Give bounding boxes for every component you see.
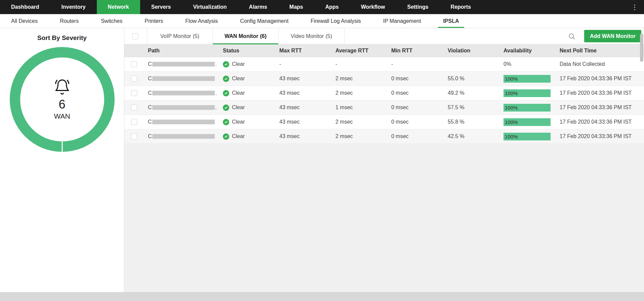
severity-donut[interactable]: 6 WAN xyxy=(10,47,115,152)
row-checkbox[interactable] xyxy=(131,76,137,82)
availability-cell: 100% xyxy=(504,89,560,97)
column-header-availability[interactable]: Availability xyxy=(504,48,560,54)
topnav-item-servers[interactable]: Servers xyxy=(140,0,182,14)
topnav-item-inventory[interactable]: Inventory xyxy=(50,0,97,14)
select-all-checkbox[interactable] xyxy=(132,33,138,39)
table-row[interactable]: C Clear 43 msec 2 msec 0 msec 55.8 % 100… xyxy=(124,115,644,129)
topnav-item-alarms[interactable]: Alarms xyxy=(238,0,278,14)
path-cell: C. xyxy=(148,104,223,111)
tab-wan-monitor[interactable]: WAN Monitor (6) xyxy=(213,28,279,44)
subnav-item-ip-management[interactable]: IP Management xyxy=(372,14,432,28)
availability-bar: 100% xyxy=(504,104,551,112)
topnav-item-reports[interactable]: Reports xyxy=(440,0,482,14)
max-rtt-cell: - xyxy=(279,61,335,67)
secondary-navigation: All Devices Routers Switches Printers Fl… xyxy=(0,14,644,28)
search-icon[interactable] xyxy=(568,28,575,44)
subnav-item-switches[interactable]: Switches xyxy=(90,14,133,28)
topnav-item-settings[interactable]: Settings xyxy=(396,0,439,14)
add-wan-monitor-button[interactable]: Add WAN Monitor xyxy=(584,30,641,42)
redacted-path xyxy=(152,62,215,67)
tab-voip-monitor[interactable]: VoIP Monitor (5) xyxy=(147,28,213,44)
table-row[interactable]: C. Clear 43 msec 1 msec 0 msec 57.5 % 10… xyxy=(124,100,644,115)
row-checkbox[interactable] xyxy=(131,104,137,111)
tab-count: (6) xyxy=(260,33,267,39)
min-rtt-cell: 0 msec xyxy=(391,133,448,139)
max-rtt-cell: 43 msec xyxy=(279,76,335,82)
topnav-items: Dashboard Inventory Network Servers Virt… xyxy=(0,0,482,14)
status-cell: Clear xyxy=(223,76,279,82)
column-header-next-poll-time[interactable]: Next Poll Time xyxy=(560,48,644,54)
average-rtt-cell: 2 msec xyxy=(335,90,391,96)
subnav-item-printers[interactable]: Printers xyxy=(133,14,174,28)
vertical-scrollbar[interactable] xyxy=(640,34,643,62)
row-checkbox[interactable] xyxy=(131,61,137,67)
column-header-status[interactable]: Status xyxy=(223,48,279,54)
table-row[interactable]: C Clear 43 msec 2 msec 0 msec 42.5 % 100… xyxy=(124,129,644,144)
table-row[interactable]: C. Clear - - - 0% Data Not Collected xyxy=(124,57,644,72)
next-poll-cell: 17 Feb 2020 04:33:36 PM IST xyxy=(560,133,644,139)
severity-label: WAN xyxy=(54,112,70,120)
path-cell: C xyxy=(148,119,223,125)
tab-label: WAN Monitor xyxy=(225,33,258,39)
main-panel: VoIP Monitor (5) WAN Monitor (6) Video M… xyxy=(124,28,644,292)
path-cell: C xyxy=(148,76,223,82)
bell-icon xyxy=(53,79,71,97)
availability-bar: 100% xyxy=(504,75,551,83)
topnav-item-dashboard[interactable]: Dashboard xyxy=(0,0,50,14)
redacted-path xyxy=(152,105,215,110)
redacted-path xyxy=(152,76,215,81)
monitor-toolbar: VoIP Monitor (5) WAN Monitor (6) Video M… xyxy=(124,28,644,44)
subnav-item-firewall-log-analysis[interactable]: Firewall Log Analysis xyxy=(299,14,372,28)
column-header-average-rtt[interactable]: Average RTT xyxy=(335,48,391,54)
violation-cell: 55.0 % xyxy=(448,76,504,82)
path-cell: C xyxy=(148,133,223,139)
subnav-item-all-devices[interactable]: All Devices xyxy=(0,14,49,28)
topnav-item-maps[interactable]: Maps xyxy=(278,0,314,14)
status-clear-icon xyxy=(223,90,229,96)
status-clear-icon xyxy=(223,76,229,82)
min-rtt-cell: 0 msec xyxy=(391,90,448,96)
row-checkbox[interactable] xyxy=(131,133,137,139)
table-row[interactable]: C. Clear 43 msec 2 msec 0 msec 49.2 % 10… xyxy=(124,86,644,100)
availability-bar: 100% xyxy=(504,118,551,126)
row-checkbox[interactable] xyxy=(131,90,137,96)
subnav-item-config-management[interactable]: Config Management xyxy=(229,14,299,28)
max-rtt-cell: 43 msec xyxy=(279,119,335,125)
table-row[interactable]: C Clear 43 msec 2 msec 0 msec 55.0 % 100… xyxy=(124,72,644,86)
opmanager-app: Dashboard Inventory Network Servers Virt… xyxy=(0,0,644,301)
topnav-item-workflow[interactable]: Workflow xyxy=(350,0,396,14)
tab-count: (5) xyxy=(325,33,332,39)
status-cell: Clear xyxy=(223,61,279,68)
availability-cell: 0% xyxy=(504,61,560,67)
status-clear-icon xyxy=(223,119,229,125)
topnav-item-virtualization[interactable]: Virtualization xyxy=(182,0,238,14)
horizontal-scrollbar-track[interactable] xyxy=(0,292,644,301)
column-header-violation[interactable]: Violation xyxy=(448,48,504,54)
status-cell: Clear xyxy=(223,133,279,140)
tab-label: VoIP Monitor xyxy=(160,33,191,39)
more-menu-icon[interactable]: ⋮ xyxy=(625,0,644,14)
availability-cell: 100% xyxy=(504,118,560,126)
status-cell: Clear xyxy=(223,104,279,111)
severity-sidebar: Sort By Severity 6 WAN xyxy=(0,28,124,292)
path-cell: C. xyxy=(148,90,223,96)
tab-count: (5) xyxy=(193,33,199,39)
subnav-item-ipsla[interactable]: IPSLA xyxy=(432,14,470,28)
topnav-item-network[interactable]: Network xyxy=(97,0,140,14)
subnav-item-routers[interactable]: Routers xyxy=(49,14,90,28)
average-rtt-cell: 2 msec xyxy=(335,76,391,82)
tab-video-monitor[interactable]: Video Monitor (5) xyxy=(279,28,345,44)
next-poll-cell: 17 Feb 2020 04:33:36 PM IST xyxy=(560,90,644,96)
column-header-max-rtt[interactable]: Max RTT xyxy=(279,48,335,54)
donut-segment-divider xyxy=(62,141,63,152)
min-rtt-cell: 0 msec xyxy=(391,119,448,125)
topnav-item-apps[interactable]: Apps xyxy=(314,0,350,14)
path-cell: C. xyxy=(148,61,223,67)
status-clear-icon xyxy=(223,133,229,140)
subnav-item-flow-analysis[interactable]: Flow Analysis xyxy=(174,14,229,28)
redacted-path xyxy=(152,134,215,139)
row-checkbox[interactable] xyxy=(131,119,137,125)
column-header-min-rtt[interactable]: Min RTT xyxy=(391,48,448,54)
column-header-path[interactable]: Path xyxy=(148,48,223,54)
wan-monitor-table: Path Status Max RTT Average RTT Min RTT … xyxy=(124,44,644,144)
